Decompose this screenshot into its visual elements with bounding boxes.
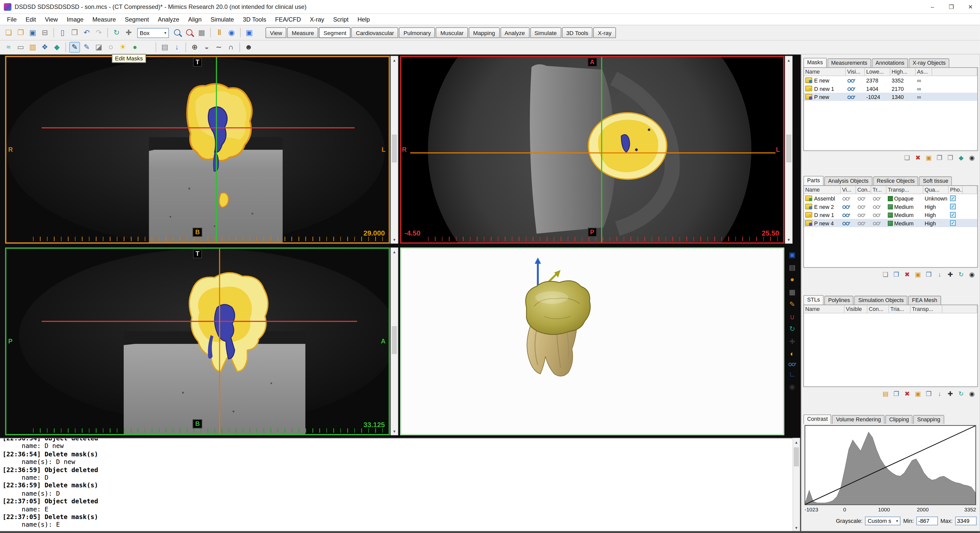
stl-visibility-icon[interactable]: ◉: [968, 390, 976, 398]
tab-3d-tools[interactable]: 3D Tools: [562, 27, 593, 38]
tab-muscular[interactable]: Muscular: [436, 27, 468, 38]
grid-icon[interactable]: ▦: [788, 287, 797, 297]
group-parts-icon[interactable]: ❒: [924, 271, 933, 279]
move-part-icon[interactable]: ✚: [946, 271, 955, 279]
scroll-thumb[interactable]: [392, 327, 397, 354]
scroll-down-icon[interactable]: ▼: [391, 236, 398, 243]
tab-soft-tissue[interactable]: Soft tissue: [919, 176, 952, 185]
pan-icon[interactable]: ✚: [123, 27, 134, 38]
glasses-icon[interactable]: [873, 220, 881, 226]
mask-row[interactable]: D new 1 1404 2170 ∞: [804, 84, 977, 93]
tab-reslice-objects[interactable]: Reslice Objects: [873, 176, 918, 185]
paint-icon[interactable]: ✎: [788, 300, 797, 309]
menu-image[interactable]: Image: [62, 15, 88, 24]
smooth-icon[interactable]: ∼: [213, 42, 224, 53]
column-header[interactable]: Transp...: [911, 305, 942, 313]
group-stl-icon[interactable]: ❒: [924, 390, 933, 398]
region-growing-icon[interactable]: ❖: [39, 42, 50, 53]
column-header[interactable]: Con...: [867, 305, 889, 313]
tab-masks[interactable]: Masks: [803, 57, 827, 67]
boolean-part-icon[interactable]: ▣: [914, 271, 922, 279]
menu-file[interactable]: File: [3, 15, 21, 24]
calculate-3d-icon[interactable]: ◆: [957, 154, 966, 162]
min-input[interactable]: [916, 517, 938, 525]
duplicate-part-icon[interactable]: ❐: [892, 271, 901, 279]
tab-contrast[interactable]: Contrast: [803, 414, 832, 424]
move-stl-icon[interactable]: ✚: [946, 390, 955, 398]
viewport-coronal[interactable]: T R L B 29.000: [5, 56, 390, 244]
duplicate-stl-icon[interactable]: ❐: [892, 390, 901, 398]
menu-view[interactable]: View: [40, 15, 62, 24]
zoom-icon[interactable]: [172, 27, 183, 38]
new-project-icon[interactable]: ❏: [3, 27, 14, 38]
crop-mask-icon[interactable]: [142, 42, 153, 53]
undo-icon[interactable]: ↶: [81, 27, 92, 38]
assistant-icon[interactable]: ☻: [243, 42, 254, 53]
scroll-up-icon[interactable]: ▲: [391, 248, 398, 255]
menu-analyze[interactable]: Analyze: [153, 15, 184, 24]
column-header[interactable]: Name: [804, 186, 841, 194]
tab-simulation-objects[interactable]: Simulation Objects: [854, 295, 908, 305]
reset-view-icon[interactable]: ↻: [111, 27, 122, 38]
photorealistic-checkbox[interactable]: ✓: [950, 204, 956, 209]
column-header[interactable]: Lowe...: [865, 68, 890, 76]
scroll-down-icon[interactable]: ▼: [391, 428, 398, 435]
link-icon[interactable]: ∞: [917, 77, 921, 84]
glasses-icon[interactable]: [857, 204, 866, 209]
column-header[interactable]: Name: [804, 305, 845, 313]
maximize-button[interactable]: ❐: [942, 0, 961, 13]
smooth-mask-icon[interactable]: ❒: [946, 154, 955, 162]
photorealistic-checkbox[interactable]: ✓: [950, 220, 956, 226]
tab-x-ray-objects[interactable]: X-ray Objects: [909, 58, 950, 67]
delete-part-icon[interactable]: ✖: [903, 271, 912, 279]
visible-glasses-icon[interactable]: [847, 78, 856, 83]
morphology-icon[interactable]: ◒: [201, 42, 212, 53]
move-icon[interactable]: ✚: [788, 336, 797, 346]
tab-annotations[interactable]: Annotations: [872, 58, 908, 67]
print-icon[interactable]: ⊟: [39, 27, 50, 38]
glasses-icon[interactable]: [857, 220, 866, 226]
part-visibility-icon[interactable]: ◉: [968, 271, 976, 279]
delete-mask-icon[interactable]: ✖: [914, 154, 922, 162]
column-header[interactable]: Vi...: [841, 186, 856, 194]
tab-segment[interactable]: Segment: [319, 27, 351, 38]
tab-volume-rendering[interactable]: Volume Rendering: [832, 415, 885, 424]
rotate-stl-icon[interactable]: ↻: [957, 390, 966, 398]
glasses-icon[interactable]: [842, 204, 850, 209]
column-header[interactable]: Tria...: [889, 305, 911, 313]
open-project-icon[interactable]: ❐: [15, 27, 26, 38]
delete-stl-icon[interactable]: ✖: [903, 390, 912, 398]
menu-align[interactable]: Align: [184, 15, 206, 24]
photorealistic-checkbox[interactable]: ✓: [950, 212, 956, 218]
tab-snapping[interactable]: Snapping: [913, 415, 944, 424]
rotate-3d-icon[interactable]: ↻: [788, 324, 797, 334]
scroll-down-icon[interactable]: ▼: [793, 524, 800, 531]
menu-x-ray[interactable]: X-ray: [305, 15, 329, 24]
tab-parts[interactable]: Parts: [803, 175, 824, 185]
magnet-icon[interactable]: ∪: [788, 312, 797, 322]
log-panel[interactable]: [22:36:54] Object deleted name: D new [2…: [0, 438, 792, 532]
column-header[interactable]: Transp...: [886, 186, 923, 194]
mask-row[interactable]: E new 2378 3352 ∞: [804, 76, 977, 84]
boolean-icon[interactable]: ⊕: [189, 42, 200, 53]
tab-fea-mesh[interactable]: FEA Mesh: [908, 295, 941, 305]
threshold-mask-icon[interactable]: ▣: [924, 154, 933, 162]
glasses-icon[interactable]: [842, 212, 850, 217]
online-globe-icon[interactable]: ◉: [226, 27, 237, 38]
glasses-icon[interactable]: [873, 212, 881, 217]
part-row[interactable]: D new 1 Medium High ✓: [804, 211, 977, 219]
part-row[interactable]: E new 2 Medium High ✓: [804, 203, 977, 211]
tab-stls[interactable]: STLs: [803, 295, 824, 305]
viewport-axial[interactable]: A R L P -4.50 25.50: [400, 56, 784, 244]
tab-polylines[interactable]: Polylines: [824, 295, 854, 305]
profile-lines-icon[interactable]: ≈: [3, 42, 14, 53]
zoom-mode-combo[interactable]: Box ▾: [137, 28, 169, 38]
glasses-icon[interactable]: [857, 212, 866, 217]
open-stl-icon[interactable]: ▤: [881, 390, 890, 398]
visible-glasses-icon[interactable]: [847, 86, 856, 91]
glasses-icon[interactable]: [873, 196, 881, 201]
column-header[interactable]: As...: [916, 68, 932, 76]
tab-cardiovascular[interactable]: Cardiovascular: [352, 27, 399, 38]
scroll-down-icon[interactable]: ▼: [786, 236, 792, 243]
log-scrollbar[interactable]: ▲ ▼: [792, 438, 800, 532]
